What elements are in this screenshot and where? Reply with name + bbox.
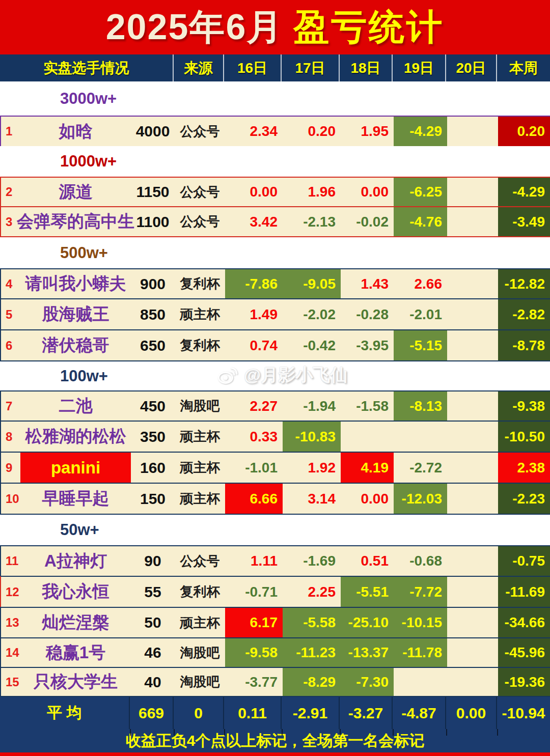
player-name: 我心永恒 [20,577,131,607]
row-number: 10 [1,484,20,514]
day-20-value [447,269,498,298]
capital-value: 1100 [131,207,175,236]
day-17-value: -9.05 [283,269,341,298]
week-value: -34.66 [498,608,550,637]
day-20-value [447,117,498,146]
day-18-value: -1.58 [341,391,394,421]
source-value: 顽主杯 [175,484,225,514]
day-18-value: -0.28 [341,299,394,329]
day-19-value: -6.25 [394,178,447,206]
average-cell-4: -2.91 [282,697,340,729]
group-section: 500w+ [0,237,550,268]
day-17-value: -1.94 [283,391,341,421]
table-row: 11A拉神灯90公众号1.11-1.690.51-0.68-0.75 [0,545,550,577]
source-value: 公众号 [175,117,225,146]
day-18-value: 0.00 [341,178,394,206]
capital-value: 450 [131,391,175,421]
day-16-value: -1.01 [225,453,283,483]
row-number: 4 [1,269,20,298]
capital-value: 4000 [131,117,175,146]
source-value: 淘股吧 [175,638,225,667]
bottom-red-bar [0,752,550,756]
header-source: 来源 [174,54,224,81]
table-row: 4请叫我小蟒夫900复利杯-7.86-9.051.432.66-12.82 [0,268,550,299]
table-row: 14稳赢1号46淘股吧-9.58-11.23-13.37-11.78-45.96 [0,637,550,668]
day-20-value [447,484,498,514]
average-cell-1: 669 [130,697,174,729]
week-value: -2.82 [498,299,550,329]
week-value: -0.75 [498,546,550,576]
day-17-value: -2.02 [283,299,341,329]
player-name: 只核大学生 [20,668,131,696]
day-17-value: 3.14 [283,484,341,514]
watermark: @月影小飞仙 [216,363,347,387]
day-19-value: -4.76 [394,207,447,236]
group-label: 100w+ [60,367,108,385]
week-value: -4.29 [498,178,550,206]
day-19-value: 2.66 [394,269,447,298]
source-value: 复利杯 [175,269,225,298]
day-16-value: 1.49 [225,299,283,329]
day-18-value: -7.30 [341,668,394,696]
day-18-value [341,422,394,452]
day-20-value [447,638,498,667]
row-number: 2 [1,178,20,206]
week-value: -19.36 [498,668,550,696]
day-16-value: -9.58 [225,638,283,667]
day-19-value: -11.78 [394,638,447,667]
day-16-value: -0.71 [225,577,283,607]
day-18-value: -5.51 [341,577,394,607]
page-title: 2025年6月 盈亏统计 [0,0,550,54]
day-18-value: 0.00 [341,484,394,514]
day-20-value [447,608,498,637]
day-17-value: -8.29 [283,668,341,696]
row-number: 13 [1,608,20,637]
week-value: -45.96 [498,638,550,667]
player-name: 会弹琴的高中生 [20,207,131,236]
source-value: 淘股吧 [175,391,225,421]
player-name: 灿烂涅槃 [20,608,131,637]
day-17-value: 1.92 [283,453,341,483]
day-17-value: -2.13 [283,207,341,236]
player-name: 二池 [20,391,131,421]
row-number: 12 [1,577,20,607]
source-value: 公众号 [175,178,225,206]
day-18-value: -13.37 [341,638,394,667]
table-row: 13灿烂涅槃50顽主杯6.17-5.58-25.10-10.15-34.66 [0,607,550,638]
capital-value: 50 [131,608,175,637]
capital-value: 1150 [131,178,175,206]
group-label: 3000w+ [60,90,117,108]
table-row: 6潜伏稳哥650复利杯0.74-0.42-3.95-5.15-8.78 [0,329,550,361]
average-cell-6: -4.87 [393,697,446,729]
row-number: 7 [1,391,20,421]
table-row: 10早睡早起150顽主杯6.663.140.00-12.03-2.23 [0,483,550,515]
row-number: 1 [1,117,20,146]
day-20-value [447,668,498,696]
week-value: -3.49 [498,207,550,236]
capital-value: 850 [131,299,175,329]
day-16-value: 0.33 [225,422,283,452]
table-row: 8松雅湖的松松350顽主杯0.33-10.83-10.50 [0,421,550,453]
footer-note-bar: 收益正负4个点以上标记，全场第一名会标记 [0,729,550,752]
row-number: 5 [1,299,20,329]
table-row: 7二池450淘股吧2.27-1.94-1.58-8.13-9.38 [0,390,550,422]
day-18-value: 1.43 [341,269,394,298]
row-number: 15 [1,668,20,696]
day-16-value: -3.77 [225,668,283,696]
header-day-20: 20日 [446,54,497,81]
day-17-value: -5.58 [283,608,341,637]
day-17-value: 2.25 [283,577,341,607]
day-18-value: 1.95 [341,117,394,146]
row-number: 11 [1,546,20,576]
column-tick [174,729,175,736]
day-17-value: -0.42 [283,330,341,360]
day-20-value [447,391,498,421]
average-cell-3: 0.11 [224,697,282,729]
source-value: 复利杯 [175,330,225,360]
player-name: 源道 [20,178,131,206]
group-label: 500w+ [60,244,108,262]
day-20-value [447,577,498,607]
title-month: 2025年6月 [106,4,284,51]
day-16-value: 2.27 [225,391,283,421]
header-day-16: 16日 [224,54,282,81]
